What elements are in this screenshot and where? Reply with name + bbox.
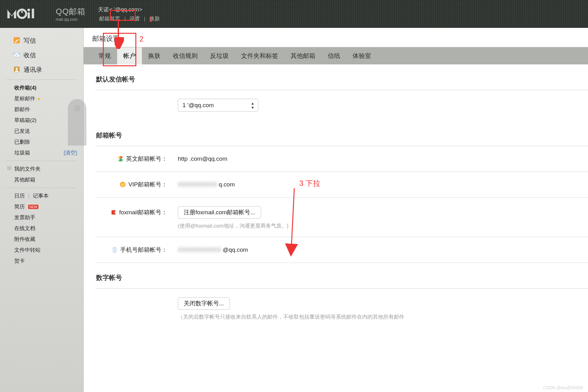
svg-point-16	[114, 251, 115, 252]
contacts-button[interactable]: 通讯录	[0, 63, 83, 77]
vip-at-icon: @	[120, 181, 126, 188]
sidebar-figure-decor	[68, 99, 86, 146]
tab-general[interactable]: 常规	[92, 47, 117, 64]
sep: |	[28, 193, 29, 199]
sidebar-transfer[interactable]: 文件中转站	[0, 245, 83, 255]
section-accounts: 邮箱帐号 英文邮箱帐号： http .com@qq.com @	[84, 120, 588, 263]
english-account-value: http .com@qq.com	[167, 155, 227, 162]
header-nav: 邮箱首页 | 设置 | 换肤	[98, 15, 161, 22]
sidebar-othermail[interactable]: 其他邮箱	[0, 174, 83, 185]
resume-label: 简历	[14, 204, 25, 210]
starred-label: 星标邮件	[14, 96, 35, 102]
vip-account-value: XXXXXXXXXX q.com	[167, 181, 235, 188]
logo-block: QQ邮箱 mail.qq.com	[6, 6, 86, 22]
foxmail-hint: (使用@foxmail.com地址，沟通更显商务气质。)	[96, 222, 588, 237]
qq-browser-icon	[117, 156, 124, 162]
mobile-account-value: XXXXXXXXXXX @qq.com	[167, 246, 248, 253]
myfolders-label: 我的文件夹	[14, 166, 41, 172]
register-foxmail-button[interactable]: 注册foxmail.com邮箱帐号...	[178, 206, 261, 219]
tab-labs[interactable]: 体验室	[346, 47, 377, 64]
section-numeric: 数字帐号 关闭数字帐号... （关闭后数字帐号只接收来自联系人的邮件，不收取包括…	[84, 263, 588, 328]
section-default-sender: 默认发信帐号 1 '@qq.com ▴▾	[84, 64, 588, 120]
section-title-accounts: 邮箱帐号	[96, 126, 588, 143]
tab-account[interactable]: 帐户	[117, 47, 142, 64]
default-sender-select[interactable]: 1 '@qq.com ▴▾	[178, 99, 258, 112]
receive-label: 收信	[24, 52, 36, 59]
trash-label: 垃圾箱	[14, 150, 30, 156]
section-title-default-sender: 默认发信帐号	[96, 70, 588, 87]
logo-text-en: mail.qq.com	[56, 17, 86, 22]
tab-skin[interactable]: 换肤	[142, 47, 167, 64]
sidebar-resume[interactable]: 简历 NEW	[0, 201, 83, 212]
svg-rect-5	[32, 9, 34, 19]
mail-logo-icon	[6, 7, 53, 21]
contacts-icon	[13, 66, 20, 73]
svg-point-9	[16, 68, 18, 70]
main-panel: 邮箱设置 常规 帐户 换肤 收信规则 反垃圾 文件夹和标签 其他邮箱 信纸 体验…	[84, 28, 588, 392]
nav-settings-link[interactable]: 设置	[128, 16, 141, 22]
receive-button[interactable]: 收信	[0, 48, 83, 63]
calendar-label[interactable]: 日历	[14, 193, 25, 199]
app-header: QQ邮箱 mail.qq.com 天诺< '@qq.com> 邮箱首页 | 设置…	[0, 0, 588, 28]
watermark: CSDN @wu@55555	[543, 385, 583, 390]
english-account-label: 英文邮箱帐号：	[126, 155, 167, 163]
sidebar-calendar-notes[interactable]: 日历 | 记事本	[0, 190, 83, 201]
up-down-caret-icon: ▴▾	[252, 101, 254, 110]
tab-othermail[interactable]: 其他邮箱	[284, 47, 322, 64]
nav-home-link[interactable]: 邮箱首页	[98, 16, 121, 22]
svg-rect-3	[28, 12, 30, 19]
svg-text:@: @	[121, 182, 125, 187]
nav-skin-link[interactable]: 换肤	[148, 16, 161, 22]
nav-sep: |	[124, 16, 125, 22]
compose-button[interactable]: 写信	[0, 33, 83, 48]
tab-stationery[interactable]: 信纸	[322, 47, 346, 64]
expand-icon[interactable]: +	[7, 166, 11, 170]
section-title-numeric: 数字帐号	[96, 268, 588, 285]
svg-point-2	[21, 11, 23, 13]
header-right: 天诺< '@qq.com> 邮箱首页 | 设置 | 换肤	[98, 6, 161, 22]
foxmail-icon	[111, 209, 117, 216]
new-badge: NEW	[28, 205, 39, 209]
default-sender-value: 1 '@qq.com	[182, 102, 214, 109]
sidebar-invoice[interactable]: 发票助手	[0, 212, 83, 223]
settings-tabs: 常规 帐户 换肤 收信规则 反垃圾 文件夹和标签 其他邮箱 信纸 体验室	[84, 47, 588, 64]
sidebar-inbox[interactable]: 收件箱(4)	[0, 82, 83, 93]
page-title: 邮箱设置	[84, 28, 588, 47]
tab-rules[interactable]: 收信规则	[167, 47, 204, 64]
numeric-hint: （关闭后数字帐号只接收来自联系人的邮件，不收取包括重设密码等系统邮件在内的其他所…	[96, 313, 588, 328]
svg-rect-7	[14, 53, 20, 57]
sidebar-myfolders[interactable]: + 我的文件夹	[0, 163, 83, 174]
star-icon: ★	[37, 96, 41, 101]
sidebar: 写信 收信 通讯录 收件箱(4) 星标邮件 ★ 群邮件 草稿箱(2) 已发送 已…	[0, 28, 84, 392]
contacts-label: 通讯录	[24, 66, 42, 73]
trash-empty-link[interactable]: [清空]	[64, 149, 77, 156]
mobile-account-label: 手机号邮箱帐号：	[120, 246, 167, 254]
foxmail-account-label: foxmail邮箱帐号：	[119, 208, 167, 216]
envelope-icon	[13, 51, 20, 59]
svg-point-4	[27, 9, 30, 11]
nav-sep: |	[144, 16, 145, 22]
pencil-icon	[13, 37, 20, 44]
sidebar-trash[interactable]: 垃圾箱 [清空]	[0, 147, 83, 158]
sidebar-attachments[interactable]: 附件收藏	[0, 234, 83, 245]
compose-label: 写信	[24, 37, 36, 44]
header-user-label: 天诺< '@qq.com>	[98, 6, 161, 13]
vip-account-label: VIP邮箱帐号：	[128, 181, 167, 189]
close-numeric-button[interactable]: 关闭数字帐号...	[178, 297, 230, 310]
notes-label[interactable]: 记事本	[33, 193, 49, 199]
tab-spam[interactable]: 反垃圾	[204, 47, 235, 64]
sidebar-cards[interactable]: 贺卡	[0, 255, 83, 266]
logo-text-cn: QQ邮箱	[56, 6, 86, 17]
phone-icon	[112, 247, 118, 253]
sidebar-docs[interactable]: 在线文档	[0, 223, 83, 234]
svg-rect-15	[114, 248, 116, 251]
tab-folders[interactable]: 文件夹和标签	[235, 47, 284, 64]
